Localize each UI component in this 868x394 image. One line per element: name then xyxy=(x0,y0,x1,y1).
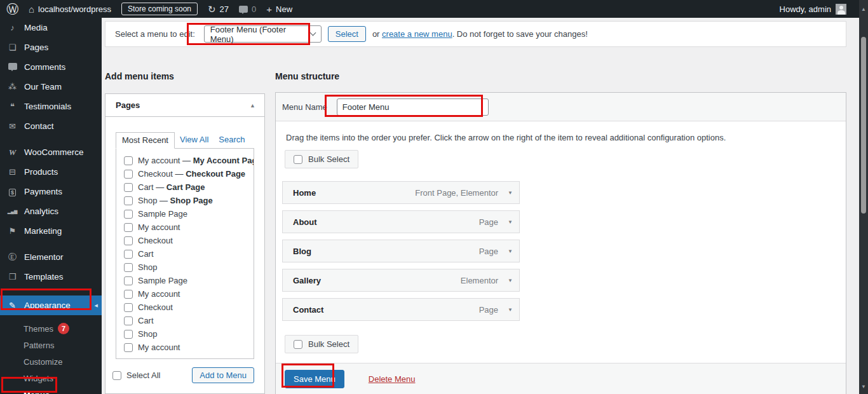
pages-icon: ❏ xyxy=(6,43,18,52)
chevron-down-icon xyxy=(309,30,316,36)
scroll-down-icon[interactable]: ▼ xyxy=(859,384,868,390)
menu-item-blog[interactable]: Blog Page ▼ xyxy=(282,240,520,262)
update-icon: ↻ xyxy=(208,4,216,14)
select-menu-label: Select a menu to edit: xyxy=(115,29,195,39)
sidebar-item-payments[interactable]: $ Payments xyxy=(0,182,102,201)
bulk-select-top[interactable]: Bulk Select xyxy=(285,150,358,168)
delete-menu-link[interactable]: Delete Menu xyxy=(369,374,416,384)
quote-icon: ❝ xyxy=(6,102,18,111)
or-text: or xyxy=(372,29,382,39)
menu-item-home[interactable]: Home Front Page, Elementor ▼ xyxy=(282,181,520,204)
pages-accordion-header[interactable]: Pages ▲ xyxy=(105,94,264,117)
account-menu[interactable]: Howdy, admin xyxy=(780,4,846,15)
page-checkbox-row: Checkout xyxy=(116,301,254,314)
checkbox[interactable] xyxy=(124,330,133,339)
checkbox[interactable] xyxy=(124,343,133,352)
checkbox[interactable] xyxy=(124,156,133,165)
menu-item-title: Home xyxy=(293,188,316,198)
expand-item-icon[interactable]: ▼ xyxy=(508,219,513,225)
sidebar-item-customize[interactable]: Customize xyxy=(0,353,102,370)
new-content-link[interactable]: + New xyxy=(266,4,292,14)
page-scrollbar[interactable]: ▲ ▼ xyxy=(859,0,868,394)
pages-title: Pages xyxy=(116,100,140,110)
menu-item-gallery[interactable]: Gallery Elementor ▼ xyxy=(282,269,520,292)
sidebar-item-woocommerce[interactable]: W WooCommerce xyxy=(0,142,102,162)
sidebar-item-patterns[interactable]: Patterns xyxy=(0,337,102,353)
save-menu-button[interactable]: Save Menu xyxy=(285,370,344,388)
menu-name-input[interactable] xyxy=(337,98,489,116)
checkbox[interactable] xyxy=(124,263,133,272)
woocommerce-icon: W xyxy=(6,147,18,158)
submenu-collapse-icon: ◀ xyxy=(95,303,98,308)
checkbox[interactable] xyxy=(124,196,133,205)
sidebar-item-marketing[interactable]: ⚑ Marketing xyxy=(0,221,102,241)
accordion-toggle-icon[interactable]: ▲ xyxy=(250,102,255,109)
sidebar-item-themes[interactable]: Themes 7 xyxy=(0,320,102,337)
tab-most-recent[interactable]: Most Recent xyxy=(116,132,175,149)
select-all-checkbox[interactable] xyxy=(112,371,121,380)
sidebar-item-media[interactable]: ♪ Media xyxy=(0,18,102,37)
checkbox[interactable] xyxy=(124,290,133,299)
sidebar-item-label: Our Team xyxy=(24,82,62,92)
sidebar-item-analytics[interactable]: ▂▄▆ Analytics xyxy=(0,201,102,221)
menu-select-dropdown[interactable]: Footer Menu (Footer Menu) xyxy=(204,25,322,43)
coming-soon-badge[interactable]: Store coming soon xyxy=(121,3,198,15)
expand-item-icon[interactable]: ▼ xyxy=(508,190,513,196)
bulk-select-checkbox[interactable] xyxy=(294,155,302,164)
wordpress-menu[interactable]: Ⓦ xyxy=(6,3,18,15)
pages-checklist: My account — My Account Page Checkout — … xyxy=(116,148,254,359)
sidebar-item-elementor[interactable]: Ⓔ Elementor xyxy=(0,247,102,267)
menu-item-title: Gallery xyxy=(293,276,321,285)
submenu-label: Patterns xyxy=(24,341,54,350)
tab-search[interactable]: Search xyxy=(214,132,250,148)
sidebar-item-templates[interactable]: ❒ Templates xyxy=(0,267,102,287)
site-name: localhost/wordpress xyxy=(38,4,111,14)
checkbox[interactable] xyxy=(124,183,133,192)
sidebar-item-products[interactable]: ⊟ Products xyxy=(0,162,102,182)
bulk-select-label: Bulk Select xyxy=(308,154,349,164)
site-link[interactable]: ⌂ localhost/wordpress xyxy=(29,4,111,14)
sidebar-item-appearance[interactable]: ✎ Appearance ◀ xyxy=(0,296,102,315)
tab-view-all[interactable]: View All xyxy=(175,132,214,148)
page-checkbox-row: My account xyxy=(116,341,254,354)
add-to-menu-button[interactable]: Add to Menu xyxy=(192,367,254,383)
scrollbar-thumb[interactable] xyxy=(861,37,866,214)
sidebar-item-widgets[interactable]: Widgets xyxy=(0,370,102,386)
sidebar-item-testimonials[interactable]: ❝ Testimonials xyxy=(0,97,102,116)
comments-link[interactable]: 0 xyxy=(239,4,256,14)
checkbox[interactable] xyxy=(124,250,133,259)
bulk-select-bottom[interactable]: Bulk Select xyxy=(285,335,358,353)
appearance-submenu: Themes 7 Patterns Customize Widgets Menu… xyxy=(0,315,102,394)
checkbox[interactable] xyxy=(124,210,133,219)
checkbox[interactable] xyxy=(124,276,133,285)
page-checkbox-row: Sample Page xyxy=(116,207,254,221)
expand-item-icon[interactable]: ▼ xyxy=(508,278,513,283)
bulk-select-checkbox[interactable] xyxy=(294,340,302,349)
sidebar-item-our-team[interactable]: ⁂ Our Team xyxy=(0,77,102,97)
page-checkbox-row: Cart xyxy=(116,247,254,261)
admin-bar: Ⓦ ⌂ localhost/wordpress Store coming soo… xyxy=(0,0,868,18)
checkbox[interactable] xyxy=(124,316,133,325)
checkbox[interactable] xyxy=(124,303,133,312)
select-all-label: Select All xyxy=(126,370,160,380)
menu-item-about[interactable]: About Page ▼ xyxy=(282,210,520,233)
select-button[interactable]: Select xyxy=(328,26,366,42)
create-new-menu-link[interactable]: create a new menu xyxy=(382,29,452,39)
updates-link[interactable]: ↻ 27 xyxy=(208,4,229,14)
sidebar-item-comments[interactable]: Comments xyxy=(0,57,102,77)
sidebar-item-label: Appearance xyxy=(24,301,71,310)
home-icon: ⌂ xyxy=(29,4,34,14)
submenu-label: Menus xyxy=(24,390,50,394)
expand-item-icon[interactable]: ▼ xyxy=(508,248,513,254)
sidebar-item-contact[interactable]: ✉ Contact xyxy=(0,116,102,136)
checkbox[interactable] xyxy=(124,170,133,179)
sidebar-item-menus[interactable]: Menus xyxy=(0,386,102,394)
expand-item-icon[interactable]: ▼ xyxy=(508,307,513,313)
team-icon: ⁂ xyxy=(6,82,18,92)
page-checkbox-row: Checkout xyxy=(116,234,254,247)
scroll-up-icon[interactable]: ▲ xyxy=(859,6,868,12)
checkbox[interactable] xyxy=(124,223,133,232)
menu-item-contact[interactable]: Contact Page ▼ xyxy=(282,298,520,321)
sidebar-item-pages[interactable]: ❏ Pages xyxy=(0,37,102,57)
checkbox[interactable] xyxy=(124,236,133,245)
